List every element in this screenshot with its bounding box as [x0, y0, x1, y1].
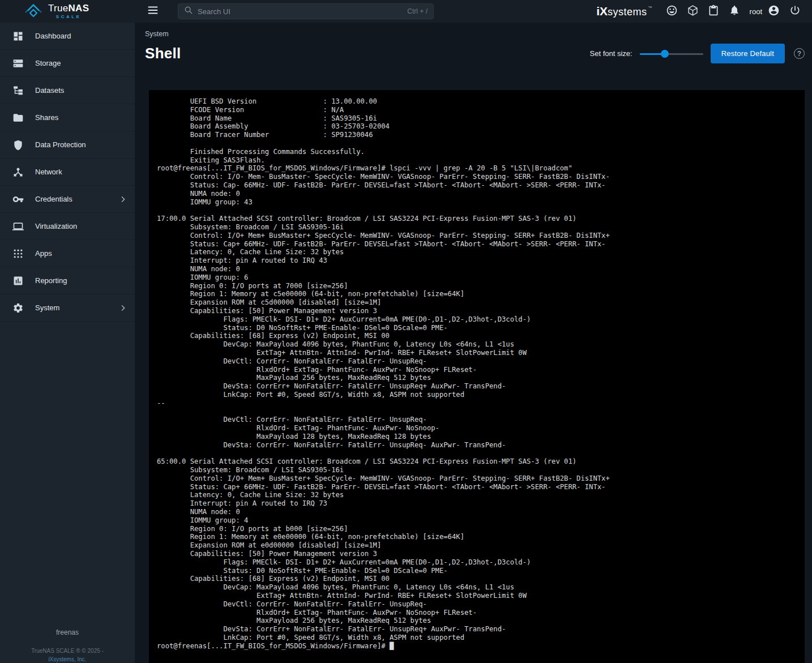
sidebar-item-reporting[interactable]: Reporting [0, 267, 135, 294]
font-size-label: Set font size: [590, 49, 632, 58]
smiley-icon [666, 5, 678, 19]
sidebar-item-label: Reporting [35, 276, 67, 285]
power-icon [789, 5, 801, 18]
account-circle-icon [768, 5, 780, 19]
ixsystems-logo[interactable]: iXsystems™ [596, 5, 652, 18]
user-menu-button[interactable] [763, 0, 784, 23]
chevron-right-icon [118, 195, 127, 206]
bell-icon [729, 5, 740, 18]
brand-subtitle: SCALE [56, 15, 82, 19]
alerts-button[interactable] [724, 0, 745, 23]
computer-icon [12, 221, 24, 232]
logged-in-user-label: root [750, 7, 762, 16]
hostname-label: freenas [0, 628, 135, 636]
folder-icon [12, 112, 24, 123]
truenas-logo-text: TrueNAS SCALE [48, 3, 89, 19]
search-input[interactable] [198, 7, 403, 16]
sidebar-item-label: Network [35, 168, 62, 176]
truecommand-button[interactable] [682, 0, 703, 23]
clipboard-icon [708, 5, 719, 18]
breadcrumb[interactable]: System [145, 30, 169, 38]
sidebar-item-system[interactable]: System [0, 294, 135, 322]
topbar-actions: iXsystems™ [596, 0, 812, 23]
brand-name-bold: NAS [69, 3, 89, 14]
ix-logo-text: systems [608, 6, 647, 18]
sidebar-item-network[interactable]: Network [0, 159, 135, 186]
shield-icon [12, 139, 24, 151]
cube-icon [687, 5, 699, 19]
sidebar-item-data-protection[interactable]: Data Protection [0, 131, 135, 159]
truenas-logo[interactable]: TrueNAS SCALE [0, 3, 135, 20]
terminal-output[interactable]: UEFI BSD Version : 13.00.00.00 FCODE Ver… [149, 90, 805, 656]
gear-icon [12, 302, 24, 314]
sidebar-item-label: Datasets [35, 86, 64, 95]
sidebar-item-datasets[interactable]: Datasets [0, 77, 135, 104]
apps-grid-icon [12, 248, 24, 259]
sidebar-item-label: Apps [35, 249, 52, 258]
sidebar-item-label: Virtualization [35, 222, 77, 230]
datasets-tree-icon [12, 85, 24, 96]
sidebar-item-shares[interactable]: Shares [0, 104, 135, 131]
top-bar: TrueNAS SCALE Ctrl + / iXsystems™ [0, 0, 812, 23]
slider-thumb[interactable] [661, 50, 669, 58]
sidebar-item-label: Storage [35, 59, 61, 67]
ixsystems-link[interactable]: iXsystems, Inc. [0, 656, 135, 662]
sidebar-item-label: Shares [35, 113, 58, 122]
power-button[interactable] [784, 0, 805, 23]
ix-logo-tm: ™ [648, 6, 652, 10]
sidebar-item-label: Credentials [35, 195, 72, 203]
chevron-right-icon [118, 303, 127, 315]
key-icon [12, 194, 24, 205]
brand-name-light: True [48, 3, 69, 14]
sidebar-item-apps[interactable]: Apps [0, 240, 135, 267]
main-content: System Shell Set font size: Restore Defa… [135, 23, 812, 663]
copyright-label: TrueNAS SCALE ® © 2025 - [0, 648, 135, 654]
sidebar-item-storage[interactable]: Storage [0, 50, 135, 77]
font-size-slider[interactable] [640, 48, 703, 59]
global-search[interactable]: Ctrl + / [178, 3, 434, 19]
truenas-app: TrueNAS SCALE Ctrl + / iXsystems™ [0, 0, 812, 663]
feedback-button[interactable] [661, 0, 682, 23]
hamburger-menu-button[interactable] [142, 0, 164, 23]
sidebar-item-virtualization[interactable]: Virtualization [0, 213, 135, 240]
jobs-button[interactable] [703, 0, 724, 23]
sidebar-footer: freenas TrueNAS SCALE ® © 2025 - iXsyste… [0, 628, 135, 663]
brand-name: TrueNAS [48, 3, 89, 13]
shell-toolbar: Set font size: Restore Default [590, 44, 805, 63]
sidebar-item-dashboard[interactable]: Dashboard [0, 23, 135, 50]
truenas-logo-icon [24, 3, 43, 20]
search-icon [184, 6, 193, 17]
ix-logo-mark: iX [596, 5, 608, 18]
search-shortcut-hint: Ctrl + / [407, 7, 428, 15]
sidebar-item-credentials[interactable]: Credentials [0, 186, 135, 213]
bar-chart-icon [12, 275, 24, 286]
storage-icon [12, 58, 24, 69]
sidebar-nav: Dashboard Storage Datasets Shares [0, 23, 135, 663]
shell-terminal[interactable]: UEFI BSD Version : 13.00.00.00 FCODE Ver… [149, 90, 805, 663]
sidebar-item-label: Dashboard [35, 32, 71, 40]
help-icon[interactable] [794, 48, 805, 59]
network-hub-icon [12, 166, 24, 178]
sidebar-item-label: Data Protection [35, 140, 86, 149]
page-header: Shell Set font size: Restore Default [145, 44, 805, 63]
restore-default-button[interactable]: Restore Default [711, 44, 785, 63]
hamburger-icon [147, 4, 159, 19]
dashboard-icon [12, 31, 24, 42]
sidebar-item-label: System [35, 303, 59, 312]
page-title: Shell [145, 45, 181, 62]
